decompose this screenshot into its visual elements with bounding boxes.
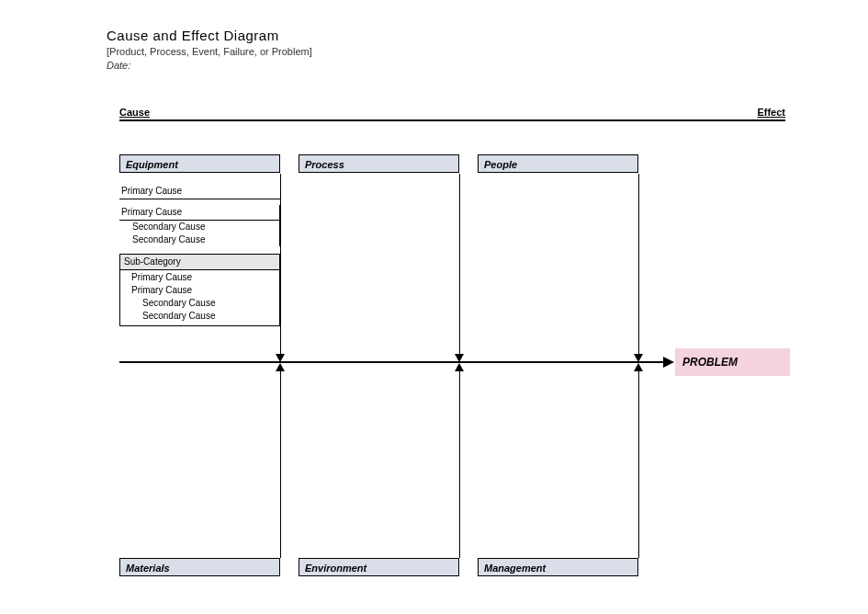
category-equipment: Equipment — [119, 154, 280, 173]
equipment-causes-block: Primary Cause Primary Cause Secondary Ca… — [119, 184, 280, 326]
effect-heading: Effect — [757, 107, 785, 118]
category-people: People — [478, 154, 638, 173]
secondary-cause-row: Secondary Cause — [119, 221, 279, 233]
stem-management — [638, 365, 639, 558]
cause-effect-diagram: Cause and Effect Diagram [Product, Proce… — [0, 0, 868, 614]
secondary-cause-row: Secondary Cause — [124, 310, 276, 323]
arrowhead-up-icon — [276, 363, 285, 371]
cause-heading: Cause — [119, 107, 150, 118]
subcategory-group: Sub-Category Primary Cause Primary Cause… — [119, 254, 280, 326]
diagram-subtitle: [Product, Process, Event, Failure, or Pr… — [107, 46, 312, 57]
primary-cause-row: Primary Cause — [119, 205, 279, 221]
secondary-cause-row: Secondary Cause — [119, 233, 279, 246]
category-process: Process — [299, 154, 459, 173]
spine-line — [119, 361, 666, 363]
diagram-title: Cause and Effect Diagram — [107, 28, 279, 43]
subcategory-body: Primary Cause Primary Cause Secondary Ca… — [120, 270, 279, 325]
primary-cause-row: Primary Cause — [119, 184, 280, 199]
secondary-cause-row: Secondary Cause — [124, 297, 276, 310]
date-label: Date: — [107, 60, 130, 71]
category-management: Management — [478, 558, 638, 576]
stem-equipment — [280, 174, 281, 360]
stem-environment — [459, 365, 460, 558]
stem-materials — [280, 365, 281, 558]
primary-cause-group: Primary Cause Secondary Cause Secondary … — [119, 205, 280, 246]
stem-people — [638, 174, 639, 360]
primary-cause-row: Primary Cause — [124, 284, 276, 297]
problem-box: PROBLEM — [675, 348, 790, 376]
category-materials: Materials — [119, 558, 280, 576]
arrowhead-up-icon — [634, 363, 643, 371]
stem-process — [459, 174, 460, 360]
category-environment: Environment — [299, 558, 459, 576]
cause-effect-header: Cause Effect — [119, 103, 785, 121]
subcategory-header: Sub-Category — [120, 255, 279, 270]
arrowhead-up-icon — [455, 363, 464, 371]
arrowhead-right-icon — [663, 357, 674, 368]
primary-cause-row: Primary Cause — [124, 271, 276, 284]
